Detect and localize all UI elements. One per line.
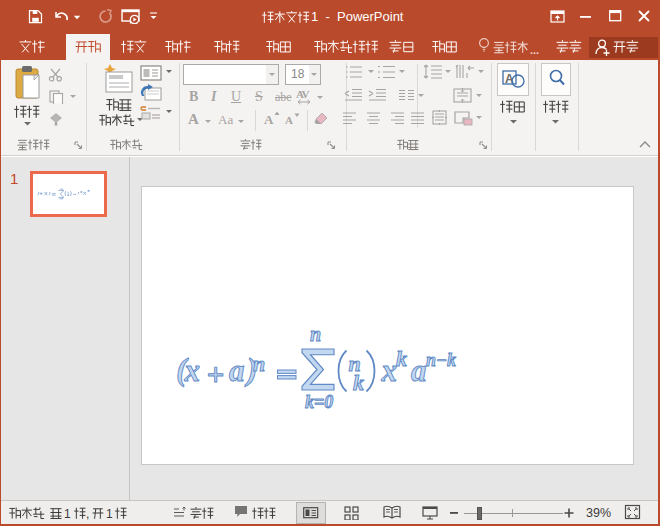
svg-text:k=0: k=0 (305, 392, 333, 412)
svg-text:k: k (353, 370, 364, 395)
svg-text:n: n (310, 323, 321, 345)
svg-text:k: k (396, 346, 407, 371)
svg-text:a: a (411, 353, 427, 388)
svg-text:+: + (207, 357, 225, 392)
svg-text:a: a (229, 353, 245, 388)
svg-text:x: x (380, 353, 397, 388)
svg-text:n: n (253, 351, 265, 376)
svg-text:n−k: n−k (426, 350, 456, 370)
svg-text:x: x (184, 353, 201, 388)
